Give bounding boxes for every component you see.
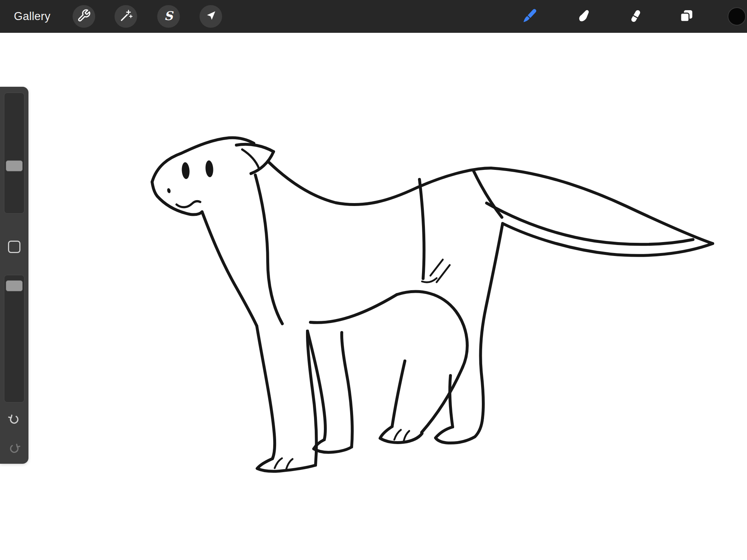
brush-size-slider[interactable] [4, 93, 24, 214]
modify-button[interactable] [8, 241, 20, 253]
brush-sidebar [0, 87, 28, 464]
layers-icon [678, 8, 694, 25]
redo-button[interactable] [6, 441, 22, 457]
undo-icon [7, 412, 22, 428]
eraser-icon [627, 8, 643, 25]
top-toolbar: Gallery S [0, 0, 747, 33]
transform-arrow-icon [204, 9, 218, 24]
redo-icon [7, 441, 22, 457]
smudge-tool-button[interactable] [574, 8, 591, 25]
undo-button[interactable] [6, 412, 22, 428]
selection-icon: S [164, 9, 173, 23]
adjustments-button[interactable] [115, 5, 137, 28]
smudge-icon [575, 8, 591, 25]
transform-button[interactable] [200, 5, 222, 28]
opacity-handle[interactable] [6, 280, 23, 291]
artwork-svg [0, 0, 747, 560]
brush-tool-button[interactable] [521, 8, 538, 25]
drawing-canvas[interactable] [0, 0, 747, 560]
wrench-icon [77, 9, 91, 24]
gallery-label: Gallery [14, 10, 50, 23]
brush-icon [521, 7, 538, 26]
layers-button[interactable] [678, 8, 695, 25]
opacity-slider[interactable] [4, 275, 24, 402]
actions-button[interactable] [73, 5, 95, 28]
brush-size-handle[interactable] [6, 160, 23, 171]
current-color-swatch[interactable] [728, 7, 746, 26]
eraser-tool-button[interactable] [626, 8, 643, 25]
magic-wand-icon [119, 8, 133, 24]
selection-button[interactable]: S [157, 5, 180, 28]
gallery-button[interactable]: Gallery [14, 0, 50, 33]
